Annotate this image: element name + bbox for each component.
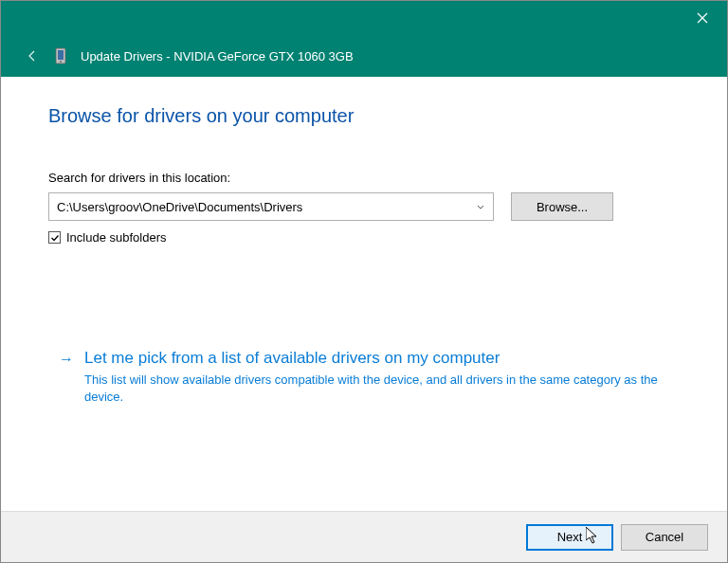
option-title: Let me pick from a list of available dri… xyxy=(84,349,661,368)
path-combobox[interactable]: C:\Users\groov\OneDrive\Documents\Driver… xyxy=(48,192,494,221)
chevron-down-icon xyxy=(476,202,485,211)
titlebar xyxy=(1,1,727,35)
close-icon xyxy=(697,12,708,24)
footer-bar: Next Cancel xyxy=(1,511,727,562)
svg-point-2 xyxy=(60,61,62,63)
include-subfolders-checkbox[interactable] xyxy=(48,231,61,244)
device-icon xyxy=(54,46,67,65)
back-arrow-icon xyxy=(26,49,39,63)
arrow-right-icon: → xyxy=(58,351,75,406)
check-icon xyxy=(50,233,60,243)
browse-button[interactable]: Browse... xyxy=(511,192,613,221)
content-area: Browse for drivers on your computer Sear… xyxy=(1,77,727,509)
back-button[interactable] xyxy=(24,49,41,63)
window-title: Update Drivers - NVIDIA GeForce GTX 1060… xyxy=(81,49,354,64)
cancel-button[interactable]: Cancel xyxy=(621,524,708,551)
search-location-label: Search for drivers in this location: xyxy=(48,171,680,185)
option-description: This list will show available drivers co… xyxy=(84,372,661,406)
next-button[interactable]: Next xyxy=(526,524,613,551)
header-bar: Update Drivers - NVIDIA GeForce GTX 1060… xyxy=(1,35,727,77)
include-subfolders-label: Include subfolders xyxy=(66,230,167,245)
close-button[interactable] xyxy=(682,4,723,32)
pick-from-list-option[interactable]: → Let me pick from a list of available d… xyxy=(48,349,680,406)
svg-rect-1 xyxy=(58,50,64,60)
path-value: C:\Users\groov\OneDrive\Documents\Driver… xyxy=(57,200,476,214)
page-title: Browse for drivers on your computer xyxy=(48,105,680,127)
